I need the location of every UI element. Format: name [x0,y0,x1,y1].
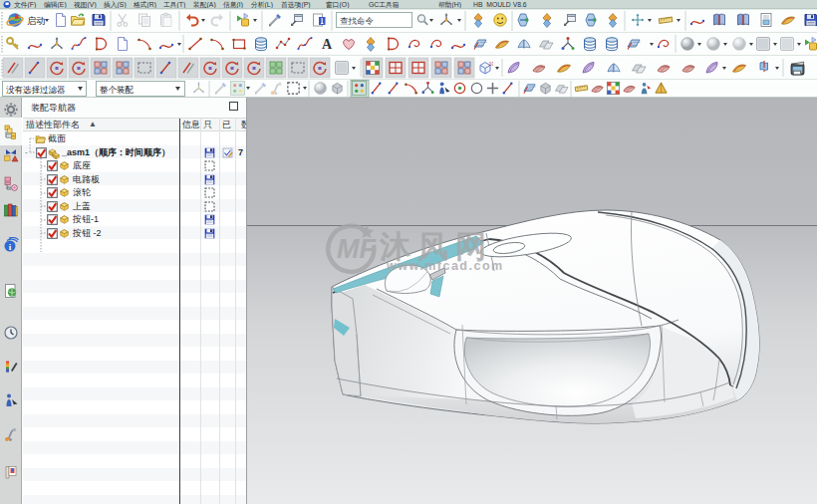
svg-text:整个装配: 整个装配 [100,85,135,95]
svg-text:启动: 启动 [27,16,45,26]
svg-text:MF: MF [337,234,377,264]
svg-text:没有选择过滤器: 没有选择过滤器 [6,85,66,95]
svg-text:www.mfcad.com: www.mfcad.com [386,259,504,273]
svg-text:查找命令: 查找命令 [340,16,375,26]
